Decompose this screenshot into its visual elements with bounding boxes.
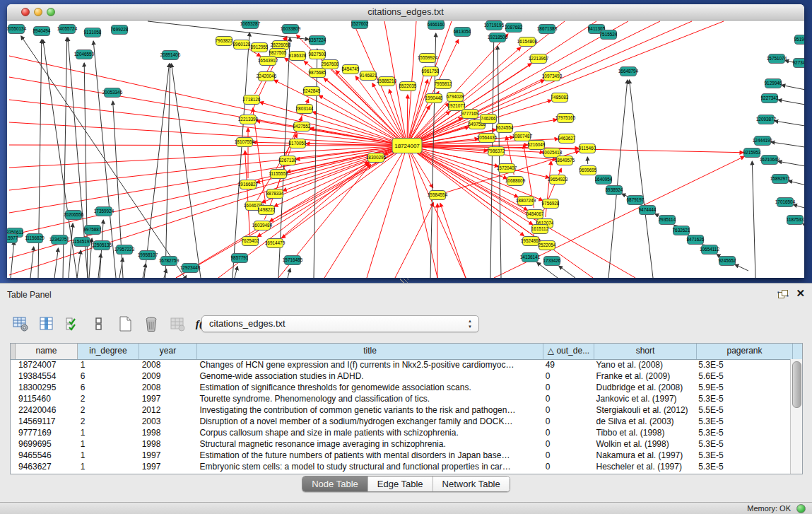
scrollbar-thumb[interactable] (792, 361, 801, 408)
graph-node[interactable]: 9519022 (794, 35, 804, 45)
graph-node[interactable]: 9115460 (579, 144, 596, 153)
window-titlebar[interactable]: citations_edges.txt (7, 4, 804, 21)
memory-status-indicator[interactable] (796, 504, 806, 513)
graph-node[interactable]: 14136141 (520, 253, 541, 262)
graph-node[interactable]: 9484067 (526, 210, 544, 219)
graph-node[interactable]: 12342757 (49, 235, 70, 245)
graph-node[interactable]: 11155553 (269, 170, 288, 179)
graph-node[interactable]: 10653287 (240, 21, 261, 29)
graph-node[interactable]: 9463627 (558, 134, 576, 144)
graph-node[interactable]: 9857791 (231, 254, 249, 263)
graph-node[interactable]: 22420046 (257, 72, 277, 81)
graph-node[interactable]: 8357224 (309, 36, 326, 45)
citation-network-graph[interactable]: 2055013489404941405572491310587699228208… (7, 21, 804, 278)
graph-node[interactable]: 16782759 (159, 257, 180, 266)
graph-node[interactable]: 12923448 (180, 264, 201, 273)
graph-node[interactable]: 15892971 (770, 175, 791, 184)
graph-node[interactable]: 12093872 (756, 115, 777, 124)
graph-node[interactable]: 19654923 (548, 175, 568, 185)
graph-node[interactable]: 10807487 (512, 132, 533, 141)
table-row[interactable]: 911546021997Tourette syndrome. Phenomeno… (11, 393, 791, 404)
graph-node[interactable]: 12213399 (238, 115, 259, 124)
graph-node[interactable]: 2935114 (659, 216, 676, 225)
graph-node[interactable]: 746266 (481, 115, 497, 124)
table-row[interactable]: 1872400712008Changes of HCN gene express… (11, 359, 791, 370)
graph-node[interactable]: 16039484 (252, 221, 273, 230)
table-row[interactable]: 1938455462009Genome-wide association stu… (11, 370, 791, 382)
graph-node[interactable]: 8170050 (289, 139, 307, 148)
graph-node[interactable]: 9129946 (765, 79, 782, 88)
table-row[interactable]: 946362711997Embryonic stem cells: a mode… (11, 461, 791, 472)
graph-node[interactable]: 18107554 (235, 138, 255, 147)
table-column-icon[interactable] (37, 315, 56, 333)
graph-node[interactable]: 8471626 (687, 235, 705, 245)
graph-node[interactable]: 10654112 (700, 245, 719, 255)
graph-node[interactable]: 7699228 (111, 25, 129, 35)
graph-node[interactable]: 8454749 (342, 65, 360, 74)
graph-node[interactable]: 9827508 (309, 50, 326, 59)
graph-node[interactable]: 18649575 (555, 156, 575, 165)
graph-node[interactable]: 9756928 (542, 199, 560, 209)
select-all-check-icon[interactable] (64, 315, 82, 333)
graph-node[interactable]: 15751074 (767, 54, 787, 64)
graph-node[interactable]: 11156829 (25, 234, 45, 243)
graph-node[interactable]: 16543912 (258, 57, 278, 66)
graph-node[interactable]: 15584554 (428, 191, 448, 200)
import-table-disabled-icon[interactable] (168, 315, 187, 333)
graph-node[interactable]: 12046559 (74, 50, 95, 59)
graph-node[interactable]: 15885210 (377, 77, 397, 86)
graph-node[interactable]: 6879197 (627, 196, 645, 205)
graph-node[interactable]: 7632621 (673, 226, 690, 235)
table-row[interactable]: 946554611997Estimation of the future num… (11, 450, 791, 461)
table-vertical-scrollbar[interactable] (790, 359, 802, 474)
column-header-out_de[interactable]: △ out_de... (543, 344, 594, 359)
graph-node[interactable]: 20053346 (102, 88, 123, 98)
graph-node[interactable]: 12213967 (529, 54, 549, 64)
table-row[interactable]: 1456911722003Disruption of a novel membe… (11, 416, 791, 427)
network-canvas[interactable]: 2055013489404941405572491310587699228208… (7, 21, 804, 278)
graph-node[interactable]: 9975887 (84, 226, 102, 235)
graph-node[interactable]: 8267130 (279, 156, 297, 165)
tab-network-table[interactable]: Network Table (433, 477, 510, 491)
graph-node[interactable]: 7485083 (551, 93, 569, 103)
graph-node[interactable]: 8940494 (33, 27, 51, 36)
close-panel-icon[interactable]: ✕ (796, 287, 805, 300)
graph-node[interactable]: 15720407 (497, 164, 517, 173)
graph-node[interactable]: 18300295 (366, 153, 387, 163)
graph-node[interactable]: 20550134 (7, 25, 27, 34)
graph-node[interactable]: 7955812 (435, 80, 452, 89)
new-document-icon[interactable] (116, 315, 134, 333)
graph-node[interactable]: 1615112 (531, 225, 549, 234)
graph-node[interactable]: 20206556 (64, 211, 84, 220)
graph-node[interactable]: 9131058 (84, 28, 102, 37)
graph-node[interactable]: 9227343 (761, 94, 779, 103)
graph-node[interactable]: 1990448 (425, 94, 443, 103)
column-header-pagerank[interactable]: pagerank (697, 344, 793, 359)
graph-node[interactable]: 6216049 (528, 141, 546, 150)
graph-node[interactable]: 6961758 (422, 67, 440, 76)
graph-node[interactable]: 8912955 (251, 43, 269, 52)
graph-node[interactable]: 20891406 (160, 51, 181, 60)
graph-node[interactable]: 7515524 (600, 30, 618, 40)
graph-node[interactable]: 18807249 (516, 197, 536, 206)
graph-node[interactable]: 10973493 (542, 72, 563, 81)
graph-node[interactable]: 6813054 (454, 28, 471, 37)
graph-node[interactable]: 17359924 (94, 207, 114, 216)
graph-node[interactable]: 9215953 (743, 148, 761, 158)
tab-node-table[interactable]: Node Table (302, 477, 367, 491)
graph-node[interactable]: 15559924 (418, 54, 438, 63)
table-settings-icon[interactable] (11, 315, 30, 333)
graph-node[interactable]: 16033809 (281, 25, 301, 34)
float-panel-icon[interactable] (777, 289, 789, 299)
graph-node[interactable]: 12505135 (92, 241, 112, 250)
column-header-title[interactable]: title (197, 344, 543, 359)
graph-node[interactable]: 9474444 (639, 206, 657, 215)
graph-node[interactable]: 16914479 (265, 239, 286, 248)
graph-node[interactable]: 16154808 (517, 37, 538, 47)
graph-node[interactable]: 6794028 (447, 93, 464, 102)
graph-node[interactable]: 17975165 (555, 114, 576, 123)
graph-node[interactable]: 20564436 (477, 134, 498, 143)
graph-node[interactable]: 10719195 (484, 21, 505, 30)
table-row[interactable]: 969969511998Structural magnetic resonanc… (11, 438, 791, 450)
graph-node[interactable]: 7625402 (242, 237, 259, 246)
